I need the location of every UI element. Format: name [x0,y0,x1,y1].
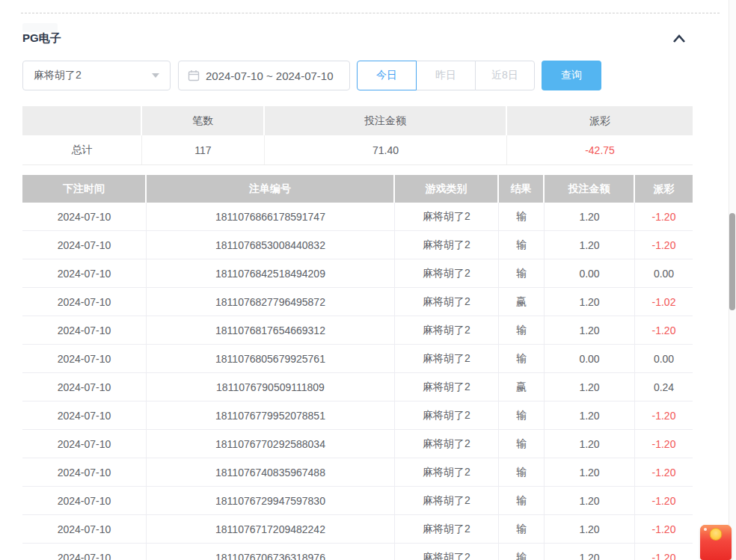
detail-header-bet-amount: 投注金额 [545,175,635,203]
result-cell: 输 [499,401,545,429]
detail-header-bet-time: 下注时间 [22,175,147,203]
bet-amount-cell: 0.00 [545,259,635,287]
result-cell: 输 [499,487,545,514]
bet-time-cell: 2024-07-10 [22,231,147,259]
result-cell: 赢 [499,373,545,401]
game-type-cell: 麻将胡了2 [395,345,499,372]
last-8-days-button[interactable]: 近8日 [475,61,535,90]
table-row: 2024-07-10 1811076817654669312 麻将胡了2 输 1… [22,316,693,345]
payout-cell: -1.20 [635,316,693,344]
game-type-cell: 麻将胡了2 [395,515,499,543]
query-button[interactable]: 查询 [542,61,601,90]
result-cell: 输 [499,203,545,230]
detail-header-order-id: 注单编号 [147,175,395,203]
payout-cell: 0.00 [635,345,693,372]
result-cell: 输 [499,458,545,486]
bet-amount-cell: 1.20 [545,401,635,429]
date-range-value: 2024-07-10 ~ 2024-07-10 [206,70,334,82]
chevron-down-icon [152,73,159,78]
date-range-input[interactable]: 2024-07-10 ~ 2024-07-10 [178,61,350,90]
detail-header-payout: 派彩 [635,175,693,203]
bet-time-cell: 2024-07-10 [22,203,147,230]
game-type-cell: 麻将胡了2 [395,231,499,259]
payout-cell: 0.24 [635,373,693,401]
result-cell: 输 [499,515,545,543]
order-id-cell: 1811076827796495872 [147,288,395,316]
payout-cell: -1.20 [635,515,693,543]
order-id-cell: 1811076817654669312 [147,316,395,344]
bet-amount-cell: 1.20 [545,487,635,514]
payout-cell: -1.20 [635,544,693,560]
table-row: 2024-07-10 1811076827796495872 麻将胡了2 赢 1… [22,288,693,316]
table-row: 2024-07-10 1811076842518494209 麻将胡了2 输 0… [22,259,693,288]
summary-bet-amount-value: 71.40 [265,135,507,164]
betting-records-panel: PG电子 麻将胡了2 2024-07-10 ~ 2024-07-10 今日 昨日… [0,0,736,560]
scrollbar-thumb[interactable] [729,213,735,310]
summary-total-label: 总计 [22,135,142,164]
result-cell: 输 [499,259,545,287]
bet-time-cell: 2024-07-10 [22,544,147,560]
summary-header-bet-amount: 投注金额 [265,106,507,135]
table-row: 2024-07-10 1811076805679925761 麻将胡了2 输 0… [22,345,693,373]
game-type-cell: 麻将胡了2 [395,458,499,486]
payout-cell: -1.20 [635,203,693,230]
dashed-divider [21,13,720,13]
table-row: 2024-07-10 1811076706736318976 麻将胡了2 输 1… [22,544,693,560]
bet-amount-cell: 1.20 [545,203,635,230]
game-type-cell: 麻将胡了2 [395,487,499,514]
game-type-cell: 麻将胡了2 [395,401,499,429]
game-type-cell: 麻将胡了2 [395,544,499,560]
bet-time-cell: 2024-07-10 [22,373,147,401]
payout-cell: -1.02 [635,288,693,316]
summary-payout-value: -42.75 [507,135,693,164]
game-type-cell: 麻将胡了2 [395,288,499,316]
result-cell: 输 [499,430,545,458]
game-type-cell: 麻将胡了2 [395,203,499,230]
table-row: 2024-07-10 1811076866178591747 麻将胡了2 输 1… [22,203,693,231]
detail-header-result: 结果 [499,175,545,203]
collapse-section-button[interactable] [669,30,690,48]
summary-header-blank [22,106,142,135]
result-cell: 输 [499,544,545,560]
table-row: 2024-07-10 1811076853008440832 麻将胡了2 输 1… [22,231,693,259]
quick-date-button-group: 今日 昨日 近8日 [357,61,535,90]
table-row: 2024-07-10 1811076770292588034 麻将胡了2 输 1… [22,430,693,458]
detail-header-game-type: 游戏类别 [395,175,499,203]
bet-time-cell: 2024-07-10 [22,288,147,316]
game-select[interactable]: 麻将胡了2 [22,61,171,90]
table-row: 2024-07-10 1811076729947597830 麻将胡了2 输 1… [22,487,693,515]
today-button[interactable]: 今日 [357,61,417,90]
summary-count-value: 117 [142,135,265,164]
chevron-up-icon [672,34,687,44]
yesterday-button[interactable]: 昨日 [416,61,476,90]
bet-amount-cell: 1.20 [545,458,635,486]
bet-time-cell: 2024-07-10 [22,458,147,486]
game-type-cell: 麻将胡了2 [395,259,499,287]
bet-time-cell: 2024-07-10 [22,487,147,514]
payout-cell: 0.00 [635,259,693,287]
red-envelope-button[interactable] [700,525,732,560]
bet-amount-cell: 1.20 [545,544,635,560]
detail-header-row: 下注时间 注单编号 游戏类别 结果 投注金额 派彩 [22,175,693,203]
order-id-cell: 1811076866178591747 [147,203,395,230]
order-id-cell: 1811076740835967488 [147,458,395,486]
bet-amount-cell: 1.20 [545,288,635,316]
bet-time-cell: 2024-07-10 [22,515,147,543]
order-id-cell: 1811076805679925761 [147,345,395,372]
result-cell: 输 [499,231,545,259]
order-id-cell: 1811076842518494209 [147,259,395,287]
bet-amount-cell: 1.20 [545,373,635,401]
game-type-cell: 麻将胡了2 [395,430,499,458]
order-id-cell: 1811076853008440832 [147,231,395,259]
result-cell: 赢 [499,288,545,316]
bet-amount-cell: 1.20 [545,231,635,259]
bet-amount-cell: 1.20 [545,316,635,344]
bet-amount-cell: 1.20 [545,515,635,543]
order-id-cell: 1811076770292588034 [147,430,395,458]
payout-cell: -1.20 [635,231,693,259]
bet-amount-cell: 1.20 [545,430,635,458]
summary-table: 笔数 投注金额 派彩 总计 117 71.40 -42.75 [22,106,693,165]
payout-cell: -1.20 [635,401,693,429]
bet-time-cell: 2024-07-10 [22,345,147,372]
order-id-cell: 1811076717209482242 [147,515,395,543]
